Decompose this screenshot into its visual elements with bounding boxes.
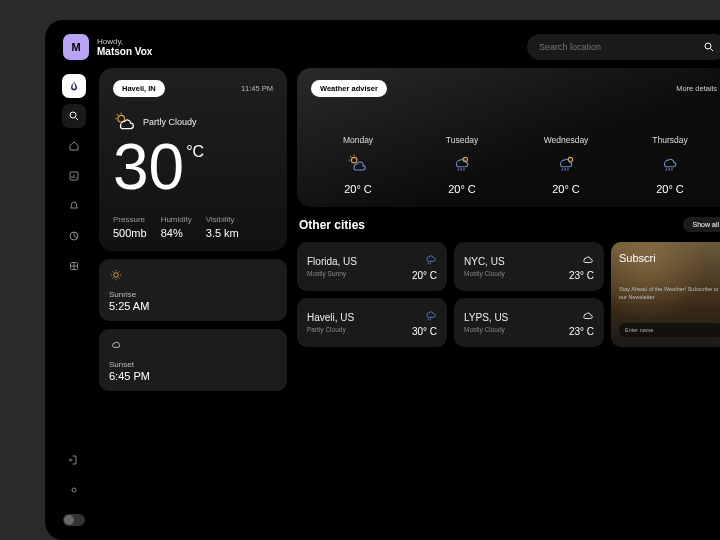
adviser-card: Weather adviser More details Monday 20° … — [297, 68, 720, 207]
sunrise-label: Sunrise — [109, 290, 277, 299]
city-card[interactable]: Haveli, US Partly Cloudy 30° C — [297, 298, 447, 347]
sidebar-theme[interactable] — [62, 478, 86, 502]
home-icon — [68, 140, 80, 152]
bell-icon — [68, 200, 80, 212]
greeting-text: Howdy, — [97, 37, 152, 46]
current-temp: 30 — [113, 135, 184, 199]
svg-line-29 — [350, 156, 351, 157]
city-condition: Mostly Sunny — [307, 270, 357, 277]
partly-cloudy-icon — [347, 153, 369, 175]
city-card[interactable]: Florida, US Mostly Sunny 20° C — [297, 242, 447, 291]
city-card[interactable]: NYC, US Mostly Cloudy 23° C — [454, 242, 604, 291]
sidebar-logout[interactable] — [62, 448, 86, 472]
day-name: Wednesday — [544, 135, 589, 145]
show-all-button[interactable]: Show all — [683, 217, 720, 232]
svg-line-32 — [461, 168, 462, 170]
current-weather-card: Haveli, IN 11:45 PM Partly Cloudy 30 °C … — [99, 68, 287, 251]
day-name: Monday — [343, 135, 373, 145]
svg-line-40 — [672, 168, 673, 170]
city-temp: 23° C — [569, 270, 594, 281]
rain-icon — [423, 252, 437, 266]
svg-line-31 — [458, 168, 459, 170]
promo-name-input[interactable]: Enter name — [619, 323, 720, 337]
day-temp: 20° C — [552, 183, 580, 195]
partly-cloudy-icon — [113, 111, 135, 133]
sidebar-item[interactable] — [62, 134, 86, 158]
forecast-day[interactable]: Tuseday 20° C — [419, 135, 505, 195]
svg-point-26 — [351, 157, 357, 163]
current-time: 11:45 PM — [241, 84, 273, 93]
theme-toggle[interactable] — [63, 514, 85, 526]
promo-title: Subscri — [619, 252, 720, 264]
metric-label: Pressure — [113, 215, 147, 224]
sunset-card: Sunset 6:45 PM — [99, 329, 287, 391]
svg-line-39 — [669, 168, 670, 170]
pie-icon — [68, 230, 80, 242]
svg-point-17 — [114, 273, 119, 278]
avatar[interactable]: M — [63, 34, 89, 60]
sunset-icon — [109, 338, 123, 352]
sunrise-card: Sunrise 5:25 AM — [99, 259, 287, 321]
svg-line-37 — [568, 168, 569, 170]
city-name: Haveli, US — [307, 312, 354, 323]
rain-icon — [451, 153, 473, 175]
sidebar-item[interactable] — [62, 194, 86, 218]
more-details-link[interactable]: More details — [676, 84, 717, 93]
sidebar-item[interactable] — [62, 254, 86, 278]
visibility-value: 3.5 km — [206, 227, 239, 239]
chart-icon — [68, 170, 80, 182]
promo-text: Stay Ahead of the Weather! Subscribe to … — [619, 286, 720, 300]
location-chip[interactable]: Haveli, IN — [113, 80, 165, 97]
city-card[interactable]: LYPS, US Mostly Cloudy 23° C — [454, 298, 604, 347]
metric-label: Visibility — [206, 215, 239, 224]
forecast-row: Monday 20° C Tuseday 20° C Wednesday — [311, 135, 717, 195]
city-name: NYC, US — [464, 256, 505, 267]
metrics: Pressure 500mb Humidity 84% Visibility 3… — [113, 215, 273, 239]
pressure-value: 500mb — [113, 227, 147, 239]
logout-icon — [68, 454, 80, 466]
cloud-icon — [580, 308, 594, 322]
forecast-day[interactable]: Thursday 20° C — [627, 135, 713, 195]
search-input[interactable] — [539, 42, 689, 52]
main: Haveli, IN 11:45 PM Partly Cloudy 30 °C … — [45, 68, 720, 540]
forecast-day[interactable]: Wednesday 20° C — [523, 135, 609, 195]
sidebar-search[interactable] — [62, 104, 86, 128]
sun-icon — [68, 484, 80, 496]
sunset-time: 6:45 PM — [109, 370, 277, 382]
search-box[interactable] — [527, 34, 720, 60]
svg-line-35 — [562, 168, 563, 170]
sidebar-home[interactable] — [62, 74, 86, 98]
sunrise-icon — [109, 268, 123, 282]
sidebar-item[interactable] — [62, 224, 86, 248]
drop-icon — [68, 80, 80, 92]
temp-unit: °C — [186, 143, 204, 161]
svg-line-38 — [666, 168, 667, 170]
sunset-label: Sunset — [109, 360, 277, 369]
city-temp: 23° C — [569, 326, 594, 337]
sidebar — [59, 68, 89, 526]
promo-card: Subscri Stay Ahead of the Weather! Subsc… — [611, 242, 720, 347]
user-block: M Howdy, Matson Vox — [63, 34, 152, 60]
right-column: Weather adviser More details Monday 20° … — [297, 68, 720, 526]
app-window: M Howdy, Matson Vox — [45, 20, 720, 540]
city-temp: 30° C — [412, 326, 437, 337]
day-name: Thursday — [652, 135, 687, 145]
rain-icon — [423, 308, 437, 322]
forecast-day[interactable]: Monday 20° C — [315, 135, 401, 195]
day-temp: 20° C — [344, 183, 372, 195]
cloud-icon — [580, 252, 594, 266]
city-name: Florida, US — [307, 256, 357, 267]
adviser-chip: Weather adviser — [311, 80, 387, 97]
rain-icon — [659, 153, 681, 175]
other-cities-title: Other cities — [299, 218, 365, 232]
svg-line-23 — [119, 278, 120, 279]
sidebar-item[interactable] — [62, 164, 86, 188]
day-name: Tuseday — [446, 135, 478, 145]
grid-icon — [68, 260, 80, 272]
svg-line-3 — [76, 118, 79, 121]
left-column: Haveli, IN 11:45 PM Partly Cloudy 30 °C … — [99, 68, 287, 526]
svg-line-22 — [113, 272, 114, 273]
city-condition: Mostly Cloudy — [464, 326, 508, 333]
search-icon — [68, 110, 80, 122]
svg-line-16 — [117, 114, 118, 115]
